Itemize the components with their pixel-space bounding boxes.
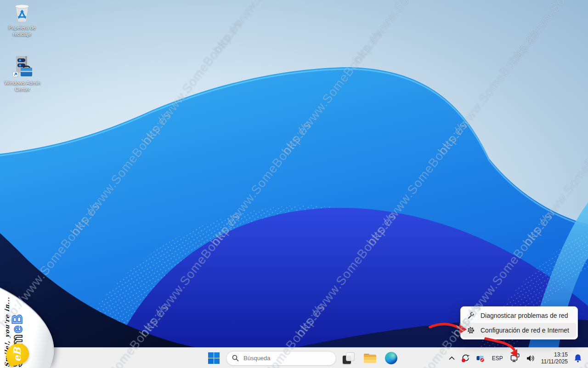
disconnected-service-icon <box>476 354 485 362</box>
clock-time: 13:15 <box>541 351 568 358</box>
file-explorer-icon <box>363 353 377 364</box>
network-icon <box>510 353 520 363</box>
menu-item-label: Configuración de red e Internet <box>481 327 569 334</box>
task-view-icon <box>343 352 355 364</box>
desktop-icon-windows-admin-center[interactable]: Windows Admin Center <box>4 55 41 92</box>
windows-start-icon <box>208 352 220 364</box>
logo-monogram: eB <box>12 347 23 361</box>
edge-icon <box>385 352 397 364</box>
windows-desktop: Papelera de reciclaje Windows Admin Cent… <box>0 0 588 368</box>
tray-overflow-button[interactable] <box>447 350 457 367</box>
network-context-menu: Diagnosticar problemas de red Configurac… <box>460 306 578 339</box>
clock-date: 11/11/2025 <box>541 358 568 365</box>
volume-tray-button[interactable] <box>524 350 537 367</box>
network-tray-button[interactable] <box>508 350 522 367</box>
menu-item-diagnose-network[interactable]: Diagnosticar problemas de red <box>462 308 576 323</box>
menu-item-network-settings[interactable]: Configuración de red e Internet <box>462 323 576 338</box>
search-icon <box>232 355 239 362</box>
desktop-icon-label: Papelera de reciclaje <box>8 25 35 37</box>
edge-button[interactable] <box>382 350 400 367</box>
wrench-icon <box>467 311 475 320</box>
task-view-button[interactable] <box>340 350 357 367</box>
search-input[interactable] <box>243 354 318 362</box>
clock[interactable]: 13:15 11/11/2025 <box>539 350 570 367</box>
volume-icon <box>526 355 535 362</box>
recycle-bin-icon <box>13 4 31 23</box>
file-explorer-button[interactable] <box>361 350 379 367</box>
wallpaper-bloom <box>0 0 588 348</box>
gear-icon <box>467 326 475 334</box>
tray-sync-icon-button[interactable] <box>459 350 472 367</box>
windows-admin-center-icon <box>12 55 33 78</box>
taskbar-search-box[interactable] <box>226 351 336 366</box>
notification-center-button[interactable] <box>571 350 584 367</box>
chevron-up-icon <box>449 356 455 360</box>
sync-icon <box>461 354 470 362</box>
tray-disconnected-service-button[interactable] <box>474 350 487 367</box>
notification-bell-icon <box>574 354 582 363</box>
language-indicator[interactable]: ESP <box>489 350 506 367</box>
menu-item-label: Diagnosticar problemas de red <box>481 312 568 319</box>
taskbar: ESP 13:15 11/11/2025 <box>0 347 588 368</box>
start-button[interactable] <box>205 350 222 367</box>
desktop-icon-label: Windows Admin Center <box>5 80 40 92</box>
desktop-icon-recycle-bin[interactable]: Papelera de reciclaje <box>4 4 40 37</box>
